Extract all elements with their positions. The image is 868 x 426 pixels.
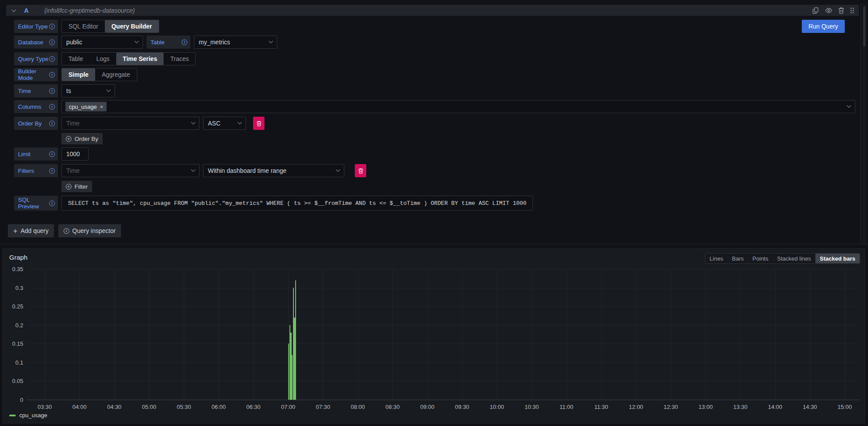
info-icon: i [64,228,69,234]
chevron-down-icon [336,167,340,172]
sql-preview-row: SQL Preview i SELECT ts as "time", cpu_u… [14,196,533,211]
chevron-down-icon [191,120,196,124]
y-gridline [27,269,859,269]
filter-condition-select[interactable]: Within dashboard time range [203,164,344,177]
remove-order-by-button[interactable] [253,117,264,130]
query-type-option-logs[interactable]: Logs [89,53,116,65]
datasource-name: (info8fcc-greptimedb-datasource) [44,7,135,14]
y-gridline [27,381,859,381]
plot-area: 00.050.10.150.20.250.30.3503:3004:0004:3… [3,249,864,423]
filters-row: Filters i Time Within dashboard time ran… [14,164,366,177]
y-gridline [27,400,859,400]
scrollbar-thumb[interactable] [863,6,865,47]
x-gridline [706,269,706,400]
order-by-field-select[interactable]: Time [61,117,200,130]
info-icon[interactable]: i [49,168,55,174]
x-axis-tick-label: 14:30 [803,404,817,410]
graph-panel: Graph LinesBarsPointsStacked linesStacke… [3,248,865,423]
info-icon[interactable]: i [49,200,55,206]
copy-icon[interactable] [812,7,819,14]
run-query-button[interactable]: Run Query [802,20,845,33]
x-gridline [45,269,45,400]
info-icon[interactable]: i [49,39,55,45]
filter-field-select[interactable]: Time [61,164,200,177]
info-icon[interactable]: i [49,56,55,62]
info-icon[interactable]: i [49,72,55,78]
x-axis-tick-label: 06:30 [246,404,261,410]
x-gridline [462,269,463,400]
table-select[interactable]: my_metrics [194,36,277,49]
order-by-row: Order By i Time ASC [14,117,264,130]
x-gridline [393,269,393,400]
y-axis-tick-label: 0.25 [6,303,23,310]
limit-input[interactable]: 1000 [61,147,89,161]
pane-splitter[interactable] [861,4,861,244]
x-axis-tick-label: 08:00 [350,404,365,410]
query-type-option-time-series[interactable]: Time Series [116,53,164,65]
x-axis-tick-label: 04:30 [107,404,121,410]
time-column-select[interactable]: ts [61,84,115,97]
columns-multiselect[interactable]: cpu_usage × [61,100,855,113]
collapse-chevron-icon[interactable] [12,7,16,12]
eye-icon[interactable] [825,7,832,14]
query-type-label: Query Type i [14,52,58,65]
info-icon[interactable]: i [49,24,55,29]
database-label: Database i [14,36,58,49]
builder-mode-row: Builder Mode i Simple Aggregate [14,68,137,81]
add-filter-button[interactable]: + Filter [61,181,92,192]
x-axis-tick-label: 13:00 [698,404,713,410]
x-axis-tick-label: 14:00 [768,404,782,410]
remove-icon[interactable]: × [100,104,104,110]
info-icon[interactable]: i [49,121,55,126]
x-gridline [184,269,184,400]
builder-mode-option-aggregate[interactable]: Aggregate [95,68,137,81]
editor-type-option-query-builder[interactable]: Query Builder [105,20,159,32]
bar-cpu_usage [295,280,296,400]
builder-mode-option-simple[interactable]: Simple [62,68,95,81]
query-type-row: Query Type i Table Logs Time Series Trac… [14,52,196,65]
legend[interactable]: cpu_usage [9,412,47,419]
editor-type-row: Editor Type i SQL Editor Query Builder [14,20,159,33]
x-axis-tick-label: 15:00 [838,404,852,410]
x-axis-tick-label: 06:00 [211,404,226,410]
info-icon[interactable]: i [49,151,55,157]
x-axis-tick-label: 03:30 [38,404,52,410]
query-type-option-table[interactable]: Table [62,53,89,65]
y-axis-tick-label: 0 [6,397,23,403]
x-axis-tick-label: 11:30 [594,404,608,410]
query-row-header[interactable]: A (info8fcc-greptimedb-datasource) [6,5,859,16]
query-type-option-traces[interactable]: Traces [164,53,195,65]
trash-icon[interactable] [838,7,844,14]
x-axis-tick-label: 12:00 [629,404,643,410]
chevron-down-icon [191,167,196,172]
x-axis-tick-label: 12:30 [664,404,678,410]
info-icon[interactable]: i [49,88,55,94]
section-divider [0,244,868,244]
info-icon[interactable]: i [182,39,187,45]
x-axis-tick-label: 11:00 [560,404,574,410]
remove-filter-button[interactable] [355,164,366,177]
limit-label: Limit i [14,147,58,161]
chevron-down-icon [107,87,111,92]
database-select[interactable]: public [61,36,143,49]
query-inspector-button[interactable]: i Query inspector [58,224,121,237]
editor-type-option-sql-editor[interactable]: SQL Editor [62,20,105,32]
time-label: Time i [14,84,58,97]
drag-handle-icon[interactable] [850,7,854,14]
x-gridline [79,269,80,400]
circle-plus-icon: + [66,136,71,142]
x-gridline [114,269,115,400]
chevron-down-icon [847,103,851,107]
info-icon[interactable]: i [49,104,55,110]
x-gridline [497,269,497,400]
add-query-button[interactable]: + Add query [8,224,54,237]
y-axis-tick-label: 0.2 [6,322,23,328]
add-order-by-button[interactable]: + Order By [61,133,103,144]
chevron-down-icon [269,39,273,43]
trash-icon [358,168,363,174]
y-gridline [27,288,859,288]
order-by-direction-select[interactable]: ASC [203,117,246,130]
x-gridline [601,269,602,400]
builder-mode-toggle: Simple Aggregate [61,68,137,81]
x-gridline [845,269,845,400]
